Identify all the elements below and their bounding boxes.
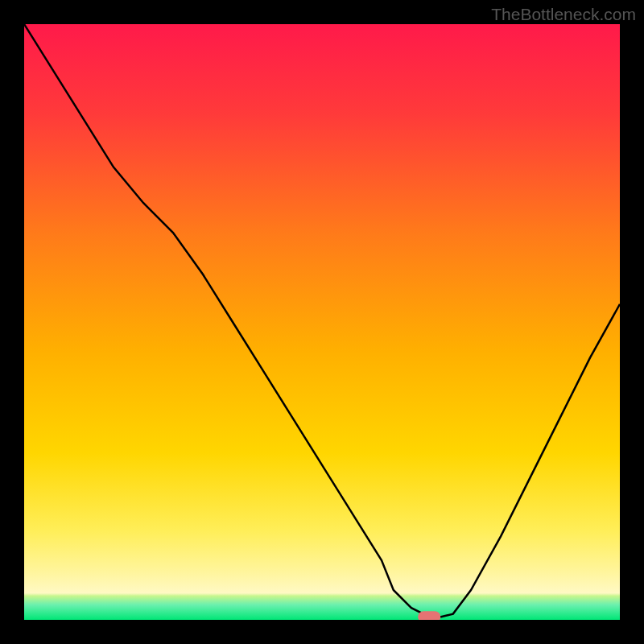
watermark-text: TheBottleneck.com <box>491 5 636 24</box>
optimal-marker <box>418 611 440 620</box>
bottleneck-chart <box>24 24 620 620</box>
gradient-background <box>24 24 620 620</box>
chart-svg <box>24 24 620 620</box>
